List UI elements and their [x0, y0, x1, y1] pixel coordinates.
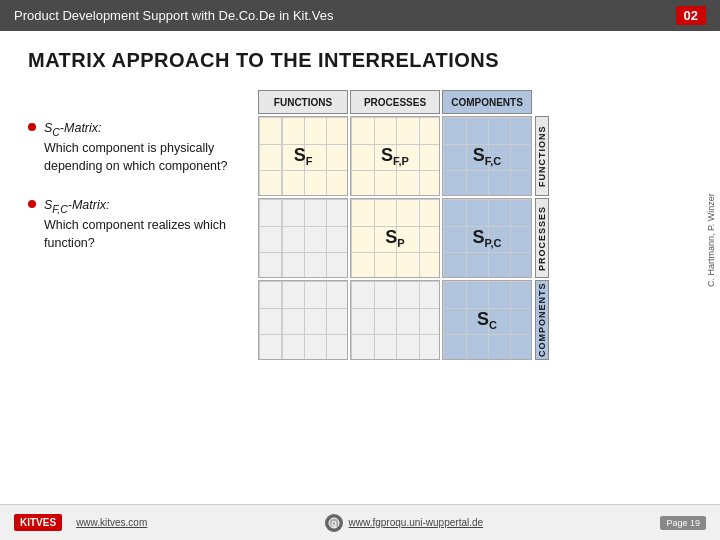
footer-icon: Q [325, 514, 343, 532]
matrix-row-3: SC [258, 280, 532, 360]
cell-blank-2 [258, 280, 348, 360]
page-badge: Page 19 [660, 516, 706, 530]
bullet-dot-2 [28, 200, 36, 208]
page-number: 19 [690, 518, 700, 528]
bullet-list: SC-Matrix: Which component is physically… [28, 120, 238, 274]
bullet-text-2: SF,C-Matrix: Which component realizes wh… [44, 197, 238, 252]
matrix-row-labels: FUNCTIONS PROCESSES COMPONENTS [535, 116, 549, 360]
footer-center: Q www.fgproqu.uni-wuppertal.de [325, 514, 484, 532]
page-label: Page [666, 518, 687, 528]
matrix-grid: SF SF,P SF,C [258, 116, 532, 360]
footer-link1[interactable]: www.kitves.com [76, 517, 147, 528]
cell-sf: SF [258, 116, 348, 196]
row-label-components: COMPONENTS [535, 280, 549, 360]
slide-number: 02 [676, 6, 706, 25]
cell-sfp-label: SF,P [381, 145, 409, 168]
cell-blank-3 [350, 280, 440, 360]
header-title: Product Development Support with De.Co.D… [14, 8, 333, 23]
author-label: C. Hartmann, P. Winzer [706, 90, 716, 390]
footer-logo: KITVES [14, 514, 62, 531]
footer-link2[interactable]: www.fgproqu.uni-wuppertal.de [349, 517, 484, 528]
matrix-row-2: SP SP,C [258, 198, 532, 278]
footer: KITVES www.kitves.com Q www.fgproqu.uni-… [0, 504, 720, 540]
content-area: SC-Matrix: Which component is physically… [28, 90, 692, 360]
cell-sf-label: SF [294, 145, 313, 168]
cell-blank1-grid [259, 199, 347, 277]
cell-spc: SP,C [442, 198, 532, 278]
row-label-functions: FUNCTIONS [535, 116, 549, 196]
bullet-dot-1 [28, 123, 36, 131]
cell-sc: SC [442, 280, 532, 360]
page-title: MATRIX APPROACH TO THE INTERRELATIONS [28, 49, 692, 72]
cell-sfc-label: SF,C [473, 145, 502, 168]
main-content: MATRIX APPROACH TO THE INTERRELATIONS SC… [0, 31, 720, 370]
bullet-text-1: SC-Matrix: Which component is physically… [44, 120, 238, 175]
matrix-label-sc: SC-Matrix: [44, 121, 102, 135]
cell-spc-label: SP,C [473, 227, 502, 250]
row-label-processes: PROCESSES [535, 198, 549, 278]
matrix-col-headers: FUNCTIONS PROCESSES COMPONENTS [258, 90, 692, 114]
cell-sfp: SF,P [350, 116, 440, 196]
matrix-body: SF SF,P SF,C [258, 116, 692, 360]
bullet-item-1: SC-Matrix: Which component is physically… [28, 120, 238, 175]
cell-blank-1 [258, 198, 348, 278]
cell-sc-label: SC [477, 309, 497, 332]
svg-text:Q: Q [331, 520, 337, 528]
col-header-processes: PROCESSES [350, 90, 440, 114]
matrix-label-sfc: SF,C-Matrix: [44, 198, 109, 212]
bullet-item-2: SF,C-Matrix: Which component realizes wh… [28, 197, 238, 252]
header-bar: Product Development Support with De.Co.D… [0, 0, 720, 31]
cell-sp: SP [350, 198, 440, 278]
cell-blank2-grid [259, 281, 347, 359]
footer-left: KITVES www.kitves.com [14, 514, 147, 531]
footer-right: Page 19 [660, 516, 706, 530]
cell-sp-label: SP [385, 227, 404, 250]
matrix-area: FUNCTIONS PROCESSES COMPONENTS SF [258, 90, 692, 360]
matrix-row-1: SF SF,P SF,C [258, 116, 532, 196]
cell-blank3-grid [351, 281, 439, 359]
col-header-functions: FUNCTIONS [258, 90, 348, 114]
col-header-components: COMPONENTS [442, 90, 532, 114]
cell-sfc: SF,C [442, 116, 532, 196]
